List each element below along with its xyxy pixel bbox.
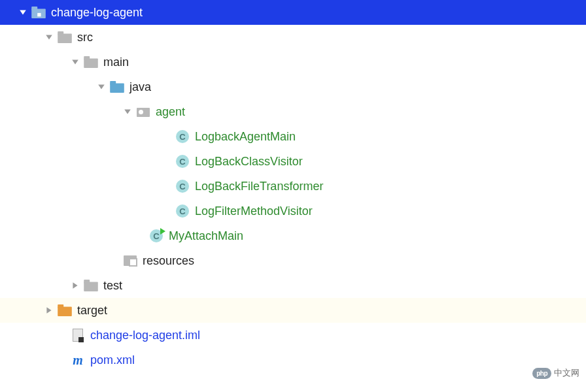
tree-row-main[interactable]: main xyxy=(0,50,586,74)
chevron-down-icon[interactable] xyxy=(97,82,106,91)
svg-rect-8 xyxy=(110,81,116,84)
resources-folder-icon xyxy=(123,253,137,268)
module-folder-icon xyxy=(31,5,46,20)
folder-icon xyxy=(58,30,72,44)
package-icon xyxy=(136,105,150,119)
tree-row-src[interactable]: src xyxy=(0,25,586,50)
chevron-right-icon[interactable] xyxy=(71,281,80,290)
svg-rect-6 xyxy=(84,56,90,59)
folder-icon xyxy=(84,55,98,69)
project-tree: change-log-agent src main java agent C L… xyxy=(0,0,586,372)
chevron-right-icon[interactable] xyxy=(44,306,54,315)
tree-row-class[interactable]: C LogBackFileTransformer xyxy=(0,174,586,199)
tree-row-class[interactable]: C LogFilterMethodVisitor xyxy=(0,199,586,223)
tree-label: test xyxy=(103,279,122,293)
tree-label: agent xyxy=(156,105,185,119)
chevron-down-icon[interactable] xyxy=(71,57,80,67)
tree-label: LogFilterMethodVisitor xyxy=(195,204,313,218)
tree-label: change-log-agent xyxy=(51,6,143,20)
chevron-down-icon[interactable] xyxy=(18,8,27,17)
svg-rect-10 xyxy=(84,280,90,283)
tree-label: resources xyxy=(143,254,194,268)
tree-label: main xyxy=(103,56,129,69)
watermark-badge: php xyxy=(532,368,551,379)
class-icon: C xyxy=(175,179,190,193)
class-icon: C xyxy=(175,154,190,169)
tree-row-iml[interactable]: change-log-agent.iml xyxy=(0,323,586,348)
tree-row-resources[interactable]: resources xyxy=(0,248,586,273)
svg-rect-5 xyxy=(84,59,98,68)
svg-rect-2 xyxy=(37,13,41,16)
tree-label: MyAttachMain xyxy=(169,229,243,243)
chevron-down-icon[interactable] xyxy=(44,33,54,42)
tree-label: java xyxy=(129,80,151,94)
watermark-text: 中文网 xyxy=(554,367,579,379)
tree-row-myattach[interactable]: C MyAttachMain xyxy=(0,223,586,248)
source-folder-icon xyxy=(110,80,124,94)
tree-label: LogBackClassVisitor xyxy=(195,155,303,169)
tree-label: pom.xml xyxy=(90,353,135,367)
tree-label: LogbackAgentMain xyxy=(195,130,296,144)
runnable-class-icon: C xyxy=(149,229,164,243)
svg-rect-7 xyxy=(110,84,124,93)
svg-rect-1 xyxy=(31,7,37,10)
svg-rect-11 xyxy=(58,307,72,316)
tree-row-java[interactable]: java xyxy=(0,74,586,99)
class-icon: C xyxy=(175,204,190,218)
watermark: php 中文网 xyxy=(532,367,579,379)
svg-rect-9 xyxy=(84,282,98,291)
svg-rect-3 xyxy=(58,34,72,43)
tree-row-target[interactable]: target xyxy=(0,298,586,323)
iml-file-icon xyxy=(71,328,85,342)
maven-file-icon: m xyxy=(71,353,85,367)
folder-icon xyxy=(84,278,98,293)
chevron-down-icon[interactable] xyxy=(123,107,132,116)
tree-row-class[interactable]: C LogbackAgentMain xyxy=(0,124,586,149)
tree-row-pom[interactable]: m pom.xml xyxy=(0,348,586,372)
class-icon: C xyxy=(175,129,190,144)
excluded-folder-icon xyxy=(58,303,72,318)
tree-row-project-root[interactable]: change-log-agent xyxy=(0,0,586,25)
svg-rect-12 xyxy=(58,304,63,308)
tree-row-agent[interactable]: agent xyxy=(0,99,586,124)
tree-label: target xyxy=(77,304,107,318)
tree-label: change-log-agent.iml xyxy=(90,329,200,342)
tree-label: src xyxy=(77,31,93,44)
tree-label: LogBackFileTransformer xyxy=(195,180,323,193)
svg-rect-4 xyxy=(58,31,63,35)
tree-row-class[interactable]: C LogBackClassVisitor xyxy=(0,149,586,174)
tree-row-test[interactable]: test xyxy=(0,273,586,298)
